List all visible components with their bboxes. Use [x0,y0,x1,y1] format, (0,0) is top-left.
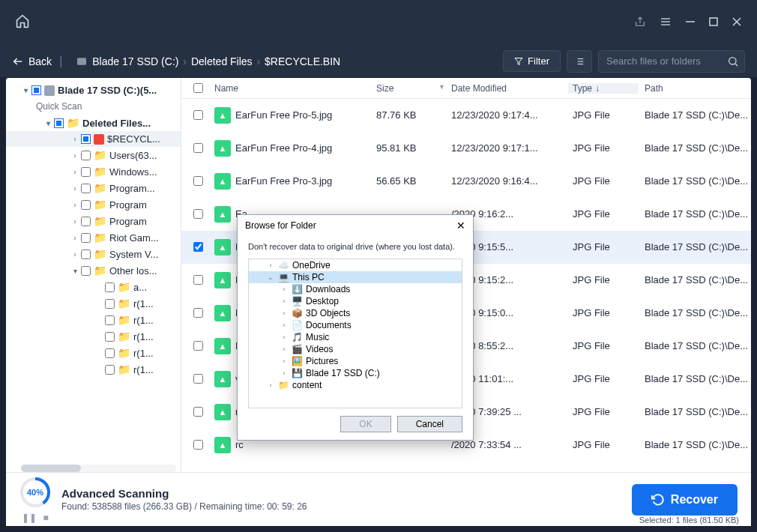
tree-item[interactable]: ›📁Program [6,196,181,213]
chevron-icon[interactable]: › [70,201,79,209]
dialog-tree-item[interactable]: ›🖼️Pictures [249,355,462,367]
tree-item[interactable]: ›$RECYCL... [6,131,181,147]
tree-checkbox[interactable] [105,315,115,325]
dialog-folder-tree[interactable]: ›☁️OneDrive⌄💻This PC›⬇️Downloads›🖥️Deskt… [248,259,462,408]
row-checkbox[interactable] [193,110,203,120]
chevron-icon[interactable]: › [70,184,79,193]
chevron-icon[interactable]: › [70,135,79,143]
chevron-icon[interactable]: › [280,285,288,293]
tree-root[interactable]: ▾ Blade 17 SSD (C:)(5... [6,82,181,98]
search-icon[interactable] [727,55,739,70]
menu-icon[interactable] [660,16,672,30]
tree-checkbox[interactable] [81,217,91,226]
list-view-button[interactable] [567,50,592,73]
tree-checkbox[interactable] [81,233,91,243]
chevron-icon[interactable]: ▾ [70,267,79,275]
minimize-icon[interactable] [685,16,696,29]
ok-button[interactable]: OK [340,416,390,432]
dialog-tree-item[interactable]: ›💾Blade 17 SSD (C:) [249,367,462,379]
chevron-down-icon[interactable]: ▾ [43,119,52,127]
dialog-tree-item[interactable]: ›🎬Videos [249,343,462,355]
breadcrumbs[interactable]: Blade 17 SSD (C:) › Deleted Files › $REC… [76,55,340,67]
tree-checkbox[interactable] [105,348,115,358]
chevron-icon[interactable]: › [280,369,288,377]
chevron-icon[interactable]: › [70,217,79,226]
col-size[interactable]: Size ▼ [376,83,451,94]
back-button[interactable]: Back [12,55,52,67]
crumb-2[interactable]: $RECYCLE.BIN [265,55,340,67]
tree-checkbox[interactable] [81,151,91,160]
tree-checkbox[interactable] [81,167,91,177]
recover-button[interactable]: Recover [632,484,738,516]
tree-item[interactable]: 📁a... [6,279,181,295]
checkbox-partial[interactable] [31,85,41,95]
col-date[interactable]: Date Modified [451,83,568,94]
chevron-icon[interactable]: › [280,333,288,341]
tree-item[interactable]: ›📁System V... [6,246,181,262]
home-icon[interactable] [15,13,30,32]
maximize-icon[interactable] [709,16,718,28]
scrollbar-thumb[interactable] [21,465,81,472]
dialog-tree-item[interactable]: ›📄Documents [249,319,462,331]
dialog-tree-item[interactable]: ›⬇️Downloads [249,283,462,295]
tree-deleted-files[interactable]: ▾ 📁 Deleted Files... [6,115,181,131]
tree-checkbox[interactable] [81,250,91,259]
tree-item[interactable]: ›📁Users(63... [6,147,181,163]
chevron-icon[interactable]: › [70,250,79,259]
dialog-tree-item[interactable]: ›📦3D Objects [249,307,462,319]
tree-item[interactable]: 📁r(1... [6,361,181,378]
row-checkbox[interactable] [193,176,203,186]
row-checkbox[interactable] [193,374,203,384]
chevron-icon[interactable]: › [280,309,288,317]
chevron-icon[interactable]: › [280,345,288,353]
tree-checkbox[interactable] [81,184,91,193]
chevron-icon[interactable]: › [280,297,288,305]
row-checkbox[interactable] [193,440,203,450]
file-row[interactable]: ▲EarFun Free Pro-3.jpg56.65 KB12/23/2020… [181,165,751,198]
scrollbar[interactable] [21,465,176,472]
dialog-tree-item[interactable]: ›📁content [249,379,462,391]
header-checkbox[interactable] [193,83,203,93]
filter-button[interactable]: Filter [503,50,561,72]
dialog-tree-item[interactable]: ⌄💻This PC [249,271,462,283]
close-icon[interactable] [732,16,742,29]
pause-button[interactable]: ❚❚ [22,513,37,523]
crumb-1[interactable]: Deleted Files [191,55,253,67]
tree-checkbox[interactable] [81,200,91,210]
file-row[interactable]: ▲EarFun Free Pro-5.jpg87.76 KB12/23/2020… [181,99,751,132]
dialog-tree-item[interactable]: ›🎵Music [249,331,462,343]
col-type[interactable]: Type↓ [568,83,639,94]
chevron-icon[interactable]: › [70,168,79,176]
tree-item[interactable]: 📁r(1... [6,328,181,345]
row-checkbox[interactable] [193,242,203,252]
col-path[interactable]: Path [639,83,751,94]
share-icon[interactable] [634,16,646,30]
stop-button[interactable]: ■ [43,513,48,523]
dialog-close-button[interactable]: ✕ [456,220,465,232]
checkbox-partial[interactable] [54,118,64,128]
tree-checkbox[interactable] [105,365,115,375]
chevron-icon[interactable]: › [267,262,274,269]
dialog-tree-item[interactable]: ›🖥️Desktop [249,295,462,307]
chevron-down-icon[interactable]: ▾ [21,86,30,94]
tree-item[interactable]: ›📁Windows... [6,163,181,180]
tree-item[interactable]: 📁r(1... [6,345,181,361]
file-row[interactable]: ▲EarFun Free Pro-4.jpg95.81 KB12/23/2020… [181,132,751,165]
chevron-icon[interactable]: › [267,381,274,389]
col-name[interactable]: Name [214,83,376,94]
tree-item[interactable]: 📁r(1... [6,312,181,328]
chevron-icon[interactable]: ⌄ [267,273,274,281]
tree-checkbox[interactable] [81,266,91,276]
tree-checkbox[interactable] [105,332,115,342]
row-checkbox[interactable] [193,407,203,417]
cancel-button[interactable]: Cancel [397,416,462,432]
chevron-icon[interactable]: › [70,234,79,242]
tree-item[interactable]: ▾📁Other los... [6,262,181,279]
col-check[interactable] [181,83,214,93]
tree-item[interactable]: ›📁Program... [6,180,181,196]
crumb-0[interactable]: Blade 17 SSD (C:) [92,55,178,67]
chevron-icon[interactable]: › [70,151,79,160]
tree-checkbox[interactable] [105,299,115,309]
chevron-icon[interactable]: › [280,321,288,329]
row-checkbox[interactable] [193,143,203,153]
